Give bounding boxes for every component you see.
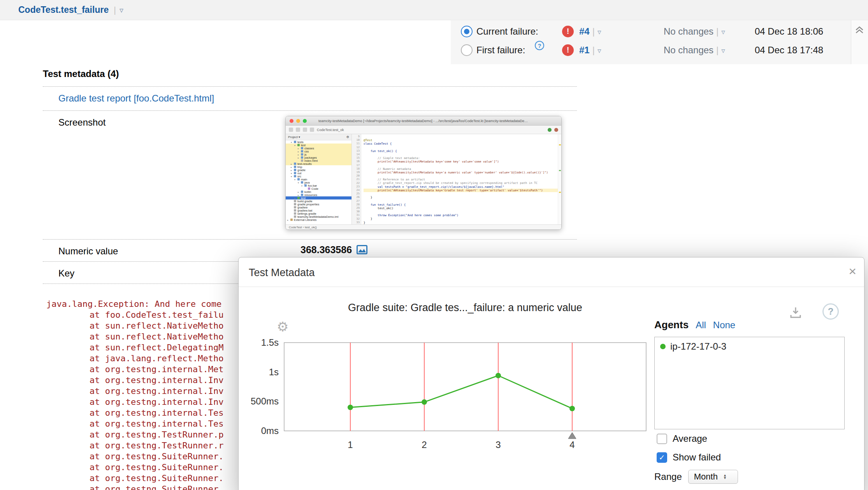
stacktrace-line: at org.testng.internal.Inv — [46, 397, 223, 408]
metadata-row-report: Gradle test report [foo.CodeTest.html] — [43, 86, 577, 110]
svg-text:1s: 1s — [269, 367, 279, 377]
show-failed-checkbox[interactable]: ✓ — [657, 452, 667, 463]
ide-tree-item: ▸tmp — [286, 165, 351, 168]
numeric-value: 368.363586 — [300, 244, 352, 256]
metadata-heading: Test metadata (4) — [43, 67, 577, 86]
agents-all-link[interactable]: All — [696, 320, 706, 331]
agent-list-item[interactable]: ip-172-17-0-3 — [655, 337, 844, 356]
current-changes-dropdown[interactable]: No changes|▿ — [664, 26, 725, 37]
agents-header: Agents All None — [654, 319, 735, 331]
stacktrace-line: at org.testng.internal.Met — [46, 364, 223, 375]
stacktrace-line: at org.testng.internal.Tes — [46, 418, 223, 429]
current-failure-row: Current failure: ! #4|▿ No changes|▿ 04 … — [451, 24, 844, 38]
screenshot-label: Screenshot — [58, 117, 105, 128]
agents-listbox[interactable]: ip-172-17-0-3 — [654, 337, 845, 429]
page-header-bar: CodeTest.test_failure | ▿ — [0, 0, 868, 20]
ide-status-bar: CodeTest › test_ok() — [286, 224, 561, 230]
ide-tree-item: ▾src — [286, 175, 351, 178]
stacktrace-line: at org.testng.SuiteRunner. — [46, 462, 223, 473]
ide-run-config: CodeTest.test_ok — [317, 128, 344, 132]
test-name-title[interactable]: CodeTest.test_failure — [18, 5, 109, 15]
panel-gear-icon: ⚙ — [346, 135, 349, 139]
range-label: Range — [654, 471, 682, 482]
key-label: Key — [58, 268, 74, 279]
agent-color-dot — [660, 344, 666, 349]
close-icon[interactable]: × — [849, 264, 856, 278]
stacktrace-line: at sun.reflect.NativeMetho — [46, 331, 223, 342]
ide-tree-item: Code — [286, 187, 351, 190]
changes-dropdown-icon[interactable]: ▿ — [721, 28, 725, 36]
range-row: Range Month ▲▼ — [654, 470, 738, 484]
help-icon[interactable]: ? — [535, 41, 544, 50]
ide-screenshot-thumbnail[interactable]: teamcity-testMetadataDemo [~/IdeaProject… — [285, 116, 562, 230]
ide-tree-item: ▾out — [286, 172, 351, 175]
show-failed-label: Show failed — [673, 452, 721, 463]
agents-none-link[interactable]: None — [713, 320, 735, 331]
first-changes-dropdown[interactable]: No changes|▿ — [664, 45, 725, 56]
build-dropdown-icon[interactable]: ▿ — [597, 28, 601, 36]
ide-project-tree: Project ▾⚙ ▾tests▾test▸classes▸css▸js▸pa… — [286, 134, 352, 224]
chart-title: Gradle suite: Gradle tes..._failure: a n… — [284, 302, 646, 314]
first-failure-radio[interactable] — [461, 44, 473, 56]
ide-tree-item: ▾main — [286, 178, 351, 181]
ide-window-title: teamcity-testMetadataDemo [~/IdeaProject… — [318, 119, 529, 123]
ide-tree-item: ▸js — [286, 153, 351, 156]
gradle-report-link[interactable]: Gradle test report [foo.CodeTest.html] — [58, 93, 214, 104]
mac-traffic-lights — [290, 119, 307, 123]
editor-line-numbers: 9101112131415161718192021222324252627282… — [352, 134, 361, 224]
range-select[interactable]: Month ▲▼ — [688, 470, 738, 484]
stacktrace-line: at org.testng.TestRunner.r — [46, 440, 223, 451]
svg-text:0ms: 0ms — [261, 425, 279, 436]
numeric-value-label: Numeric value — [58, 246, 118, 257]
stacktrace-line: at org.testng.internal.Tes — [46, 408, 223, 418]
title-separator: | — [114, 5, 116, 15]
separator: | — [592, 26, 595, 37]
chart-settings-gear-icon[interactable]: ⚙ — [277, 319, 288, 334]
svg-text:4: 4 — [569, 439, 575, 450]
svg-text:1: 1 — [348, 439, 353, 450]
metadata-row-screenshot: Screenshot teamcity-testMetadataDemo [~/… — [43, 110, 577, 239]
current-failure-label: Current failure: — [476, 26, 538, 37]
collapse-panel-icon[interactable] — [854, 24, 865, 35]
stacktrace-line: at org.testng.TestRunner.p — [46, 429, 223, 440]
stacktrace-line: at foo.CodeTest.test_failu — [46, 310, 223, 320]
stacktrace-line: at org.testng.internal.Inv — [46, 386, 223, 397]
svg-text:3: 3 — [495, 439, 501, 450]
stacktrace-line: java.lang.Exception: And here come — [46, 299, 223, 310]
stacktrace-line: at java.lang.reflect.Metho — [46, 353, 223, 364]
build-dropdown-icon[interactable]: ▿ — [597, 47, 601, 55]
first-failure-label: First failure: — [476, 45, 525, 56]
ide-tree-item: gradle.properties — [286, 203, 351, 206]
first-build-link[interactable]: #1|▿ — [579, 45, 601, 56]
stacktrace-line: at org.testng.internal.Inv — [46, 375, 223, 386]
ide-tree-item: ▸test — [286, 196, 351, 200]
average-checkbox[interactable] — [657, 434, 667, 444]
current-build-link[interactable]: #4|▿ — [579, 26, 601, 37]
download-icon[interactable] — [788, 306, 803, 321]
chart-thumbnail-icon[interactable] — [357, 245, 367, 256]
current-failure-date: 04 Dec 18 18:06 — [755, 26, 823, 37]
stacktrace-line: at org.testng.SuiteRunner. — [46, 473, 223, 484]
ide-tree-item: ▸classes — [286, 147, 351, 150]
current-failure-radio[interactable] — [461, 26, 473, 37]
average-row: Average — [657, 433, 707, 444]
metric-line-chart: 0ms500ms1s1.5s1234 — [239, 335, 659, 452]
ide-tree-item: ▾java — [286, 181, 351, 184]
stacktrace-line: at org.testng.SuiteRunner. — [46, 451, 223, 462]
test-name-dropdown-icon[interactable]: ▿ — [119, 5, 123, 15]
project-panel-header: Project ▾⚙ — [286, 134, 351, 140]
separator: | — [716, 45, 719, 55]
stacktrace: java.lang.Exception: And here comeat foo… — [46, 299, 223, 490]
ide-titlebar: teamcity-testMetadataDemo [~/IdeaProject… — [286, 116, 561, 126]
modal-title: Test Metadata — [249, 267, 315, 279]
stacktrace-line: at org.testng.SuiteRunner. — [46, 484, 223, 490]
failure-status-icon: ! — [562, 26, 574, 37]
chart-help-icon[interactable]: ? — [822, 303, 839, 320]
agents-heading: Agents — [654, 319, 689, 331]
panel-right-rail — [851, 20, 868, 64]
ide-tree-item: ▸gradle — [286, 168, 351, 172]
ide-toolbar: CodeTest.test_ok — [286, 126, 561, 134]
svg-text:500ms: 500ms — [251, 396, 279, 406]
ide-tree-item: ▸test-results — [286, 162, 351, 165]
changes-dropdown-icon[interactable]: ▿ — [721, 47, 725, 55]
